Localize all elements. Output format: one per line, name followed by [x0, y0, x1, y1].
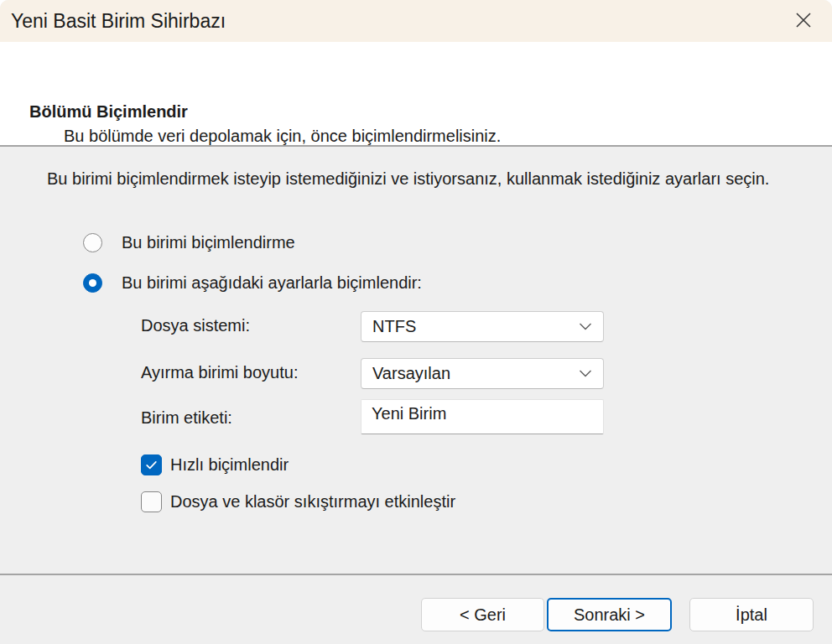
file-system-label: Dosya sistemi: — [141, 316, 250, 335]
chevron-down-icon — [579, 323, 592, 330]
volume-label-input[interactable] — [361, 399, 604, 434]
wizard-header: Bölümü Biçimlendir Bu bölümde veri depol… — [0, 42, 832, 145]
check-icon — [144, 458, 159, 472]
file-system-value: NTFS — [372, 317, 579, 336]
quick-format-checkbox[interactable] — [141, 454, 162, 475]
close-button[interactable] — [785, 8, 822, 36]
radio-format-label: Bu birimi aşağıdaki ayarlarla biçimlendi… — [122, 273, 422, 293]
page-subtitle: Bu bölümde veri depolamak için, önce biç… — [64, 127, 501, 146]
volume-label-label: Birim etiketi: — [141, 408, 232, 428]
wizard-body: Bu birimi biçimlendirmek isteyip istemed… — [0, 147, 832, 574]
chevron-down-icon — [579, 370, 592, 377]
compression-checkbox[interactable] — [141, 491, 162, 512]
window-title: Yeni Basit Birim Sihirbazı — [11, 10, 226, 33]
radio-format[interactable] — [83, 273, 102, 293]
checkbox-row-quick-format[interactable]: Hızlı biçimlendir — [141, 454, 289, 475]
wizard-footer: < Geri Sonraki > İptal — [0, 575, 832, 644]
allocation-unit-dropdown[interactable]: Varsayılan — [361, 358, 604, 389]
compression-label: Dosya ve klasör sıkıştırmayı etkinleştir — [170, 492, 455, 512]
checkbox-row-compression[interactable]: Dosya ve klasör sıkıştırmayı etkinleştir — [141, 491, 455, 512]
allocation-unit-value: Varsayılan — [372, 364, 579, 383]
titlebar: Yeni Basit Birim Sihirbazı — [0, 0, 832, 42]
allocation-unit-label: Ayırma birimi boyutu: — [141, 363, 298, 382]
radio-no-format[interactable] — [83, 233, 102, 252]
close-icon — [793, 10, 814, 34]
wizard-window: Yeni Basit Birim Sihirbazı Bölümü Biçiml… — [0, 0, 832, 644]
intro-text: Bu birimi biçimlendirmek isteyip istemed… — [47, 169, 769, 189]
quick-format-label: Hızlı biçimlendir — [170, 455, 289, 475]
back-button[interactable]: < Geri — [421, 598, 544, 631]
radio-row-format[interactable]: Bu birimi aşağıdaki ayarlarla biçimlendi… — [83, 273, 422, 293]
file-system-dropdown[interactable]: NTFS — [361, 311, 604, 342]
radio-no-format-label: Bu birimi biçimlendirme — [122, 233, 295, 252]
radio-row-no-format[interactable]: Bu birimi biçimlendirme — [83, 233, 295, 252]
page-title: Bölümü Biçimlendir — [29, 102, 188, 122]
cancel-button[interactable]: İptal — [689, 598, 814, 631]
next-button[interactable]: Sonraki > — [547, 598, 672, 631]
